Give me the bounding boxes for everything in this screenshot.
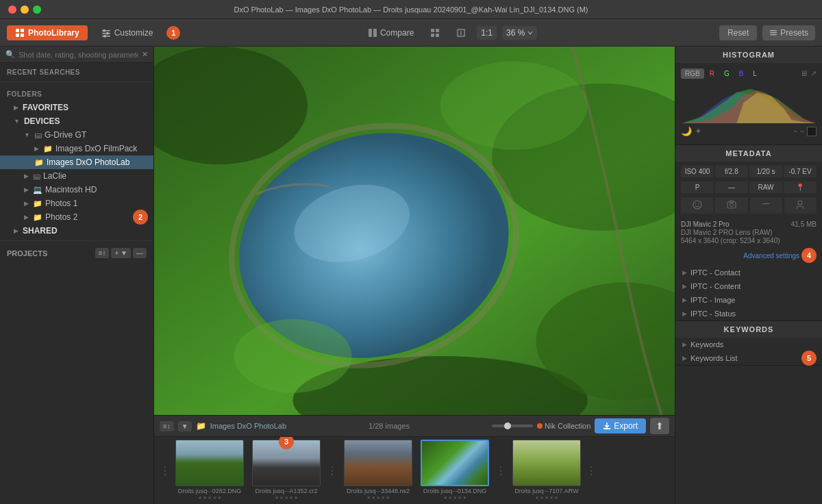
film-name-3: Droits jusq···33448.rw2 [347, 488, 410, 494]
film-item-1[interactable]: Droits jusq···0282.DNG ★★★★★ [172, 440, 247, 501]
aerial-image [154, 47, 675, 415]
film-item-3[interactable]: Droits jusq···33448.rw2 ★★★★★ [340, 440, 416, 501]
photo-library-tab[interactable]: PhotoLibrary [7, 25, 88, 40]
laclie-item[interactable]: ▶ 🖴 LaClie [0, 169, 153, 183]
film-thumb-4[interactable] [421, 440, 489, 486]
share-button[interactable]: ⬆ [650, 418, 669, 434]
histogram-tabs: RGB R G B L 🖥 ↗ [681, 68, 817, 79]
main-image-view[interactable] [154, 47, 675, 415]
g-drive-item[interactable]: ▼ 🖴 G-Drive GT [0, 128, 153, 142]
filmpack-item[interactable]: ▶ 📁 Images DxO FilmPack [0, 142, 153, 155]
film-item-2[interactable]: 3 Droits jusq···A1352.cr2 ★★★★★ [249, 440, 324, 501]
histogram-title: HISTOGRAM [675, 47, 822, 63]
film-thumb-1[interactable] [175, 440, 244, 486]
iptc-content-item[interactable]: ▶ IPTC - Content [675, 279, 822, 293]
search-input[interactable] [18, 51, 138, 59]
svg-rect-13 [436, 29, 439, 32]
hist-tab-rgb[interactable]: RGB [681, 68, 704, 79]
main-content: 🔍 ✕ RECENT SEARCHES FOLDERS ▶ FAVORITES … [0, 47, 822, 504]
export-icon [603, 422, 611, 430]
shared-item[interactable]: ▶ SHARED [0, 224, 153, 238]
compare-button[interactable]: Compare [362, 26, 419, 40]
photos1-label: Photos 1 [45, 199, 77, 208]
filmstrip-sort-button[interactable]: ≡↕ [160, 421, 174, 431]
svg-rect-31 [603, 428, 610, 429]
zoom-fit-button[interactable] [451, 26, 471, 40]
presets-button[interactable]: Presets [762, 25, 815, 40]
filmstrip-zoom-slider[interactable] [492, 425, 533, 427]
film-thumb-3[interactable] [344, 440, 412, 486]
hist-tab-l[interactable]: L [749, 68, 761, 79]
iptc-status-item[interactable]: ▶ IPTC - Status [675, 307, 822, 320]
filmstrip-filter-button[interactable]: ▼ [178, 421, 192, 431]
photolab-folder-item[interactable]: 📁 Images DxO PhotoLab [0, 155, 153, 169]
nik-collection-button[interactable]: Nik Collection [537, 422, 590, 430]
export-button[interactable]: Export [595, 418, 646, 433]
advanced-settings-link[interactable]: Advanced settings 4 [675, 248, 822, 266]
film-stars-3: ★★★★★ [366, 495, 390, 501]
film-thumb-5[interactable] [512, 440, 581, 486]
svg-point-8 [106, 32, 109, 34]
minimize-button[interactable] [21, 5, 29, 14]
filmstrip-scroll-left[interactable]: ⋮ [160, 464, 171, 477]
maximize-button[interactable] [33, 5, 41, 14]
advanced-settings-label: Advanced settings [743, 252, 799, 260]
monitor-icon[interactable]: 🖥 [800, 69, 808, 78]
compare-label: Compare [380, 28, 414, 38]
projects-sort-button[interactable]: ≡↕ [95, 248, 110, 258]
filmstrip: ≡↕ ▼ 📁 Images DxO PhotoLab 1/28 images N… [154, 415, 675, 504]
hist-tab-b[interactable]: B [735, 68, 748, 79]
badge-5: 5 [801, 351, 817, 366]
zoom-percent[interactable]: 36 % [502, 26, 537, 40]
keywords-chevron: ▶ [682, 341, 687, 348]
g-drive-label: G-Drive GT [45, 130, 86, 140]
close-button[interactable] [8, 5, 16, 14]
sun-icon[interactable]: ✦ [695, 126, 702, 136]
iptc-chevron-contact: ▶ [682, 269, 687, 276]
svg-point-34 [698, 203, 699, 205]
iptc-image-label: IPTC - Image [690, 296, 735, 304]
photos1-item[interactable]: ▶ 📁 Photos 1 [0, 197, 153, 210]
hist-tab-g[interactable]: G [720, 68, 734, 79]
iptc-contact-label: IPTC - Contact [690, 268, 740, 277]
chevron-right-icon-shared: ▶ [14, 227, 18, 234]
chevron-right-icon-mac: ▶ [24, 186, 29, 193]
hist-tab-r[interactable]: R [706, 68, 719, 79]
search-clear-button[interactable]: ✕ [142, 50, 148, 59]
histogram-svg [681, 82, 817, 123]
favorites-item[interactable]: ▶ FAVORITES [0, 101, 153, 114]
film-item-4[interactable]: Droits jusq···0134.DNG ★★★★★ [417, 440, 493, 501]
projects-buttons[interactable]: ≡↕ + ▼ — [95, 248, 147, 258]
search-bar[interactable]: 🔍 ✕ [0, 47, 153, 63]
window-controls[interactable] [8, 5, 41, 14]
svg-point-38 [798, 201, 802, 205]
meta-profile: P [681, 181, 714, 193]
favorites-label: FAVORITES [23, 103, 68, 112]
film-name-2: Droits jusq···A1352.cr2 [255, 488, 317, 494]
macintosh-item[interactable]: ▶ 💻 Macintosh HD [0, 183, 153, 197]
keywords-list-item[interactable]: ▶ Keywords List 5 [675, 351, 822, 365]
right-panel: HISTOGRAM RGB R G B L 🖥 ↗ [675, 47, 822, 504]
keywords-item[interactable]: ▶ Keywords [675, 338, 822, 351]
moon-icon[interactable]: 🌙 [681, 126, 692, 136]
filmstrip-scroll-right[interactable]: ⋮ [586, 464, 597, 477]
projects-label: PROJECTS [7, 249, 95, 257]
camera-model-text: DJI Mavic 2 Pro [681, 220, 730, 228]
svg-point-30 [440, 62, 588, 150]
projects-add-button[interactable]: + ▼ [111, 248, 131, 258]
zoom-ratio[interactable]: 1:1 [477, 26, 497, 40]
reset-button[interactable]: Reset [719, 25, 757, 40]
chevron-right-icon: ▶ [14, 104, 18, 111]
customize-tab[interactable]: Customize [93, 25, 162, 40]
photos2-item[interactable]: ▶ 📁 Photos 2 [0, 210, 153, 224]
projects-more-button[interactable]: — [133, 248, 147, 258]
iptc-image-item[interactable]: ▶ IPTC - Image [675, 293, 822, 307]
view-toggle[interactable] [425, 26, 445, 40]
filmstrip-items: ⋮ Droits jusq···0282.DNG ★★★★★ 3 Droits … [154, 437, 675, 504]
black-point-square[interactable] [807, 127, 817, 136]
devices-item[interactable]: ▼ DEVICES [0, 114, 153, 128]
iptc-contact-item[interactable]: ▶ IPTC - Contact [675, 266, 822, 279]
export-small-icon[interactable]: ↗ [810, 69, 817, 78]
histogram-icons[interactable]: 🖥 ↗ [800, 69, 817, 78]
film-item-5[interactable]: Droits jusq···7107.ARW ★★★★★ [509, 440, 584, 501]
